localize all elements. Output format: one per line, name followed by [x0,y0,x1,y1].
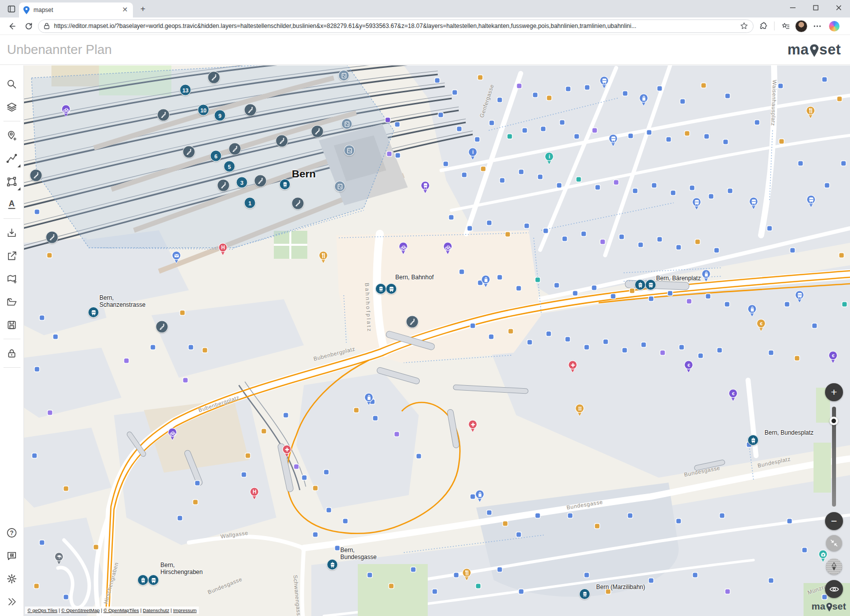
zoom-slider[interactable] [832,407,836,507]
preview-eye-icon[interactable] [825,580,843,598]
attribution-link[interactable]: © OpenMapTiles [103,608,139,613]
collapse-tool-icon[interactable] [2,591,22,612]
draw-line-tool-icon[interactable] [2,148,22,169]
map-pin-bag [747,304,758,320]
platform-number: 10 [198,104,209,116]
poi-dot [585,345,589,350]
url-bar[interactable]: https://editor.mapset.io/?baselayer=worl… [38,19,754,33]
map-pin-bus [794,290,805,306]
new-tab-button[interactable]: + [136,2,150,16]
svg-text:H: H [253,489,256,495]
map-attribution: © geOps Tiles | © OpenStreetMap | © Open… [25,607,199,614]
stop-label: Bern, Bundesgasse [340,547,377,561]
poi-dot [476,584,481,589]
map-pin-bus [691,197,702,213]
url-text[interactable]: https://editor.mapset.io/?baselayer=worl… [54,22,736,29]
map-markers-layer: iiH€€€€H131096531Bern, BahnhofBern, Bäre… [24,65,850,616]
poi-dot [685,131,690,136]
feedback-tool-icon[interactable] [2,545,22,566]
tab-close-icon[interactable]: ✕ [121,6,129,14]
map-pin-cross [467,420,478,435]
map-pin-bag [480,275,491,290]
flyout-indicator [17,187,20,190]
poi-dot [471,324,475,328]
plan-title-input[interactable]: Unbenannter Plan [7,42,112,57]
attribution-link[interactable]: Impressum [173,608,196,613]
back-icon[interactable] [4,19,19,33]
window-maximize-button[interactable] [804,0,827,15]
attribution-link[interactable]: © geOps Tiles [27,608,57,613]
map-pin-euro: € [683,360,694,376]
fit-extent-icon[interactable] [826,535,842,551]
poi-dot [389,584,394,589]
attribution-link[interactable]: © OpenStreetMap [61,608,100,613]
poi-dot [498,568,502,572]
favorite-star-icon[interactable] [740,22,748,30]
window-close-button[interactable] [827,0,850,15]
help-tool-icon[interactable]: ? [2,522,22,543]
add-text-tool-icon[interactable]: A [2,194,22,215]
map-canvas[interactable]: iiH€€€€H131096531Bern, BahnhofBern, Bäre… [24,65,850,616]
poi-dot [601,240,605,244]
map-pin-fork [461,568,472,584]
mapset-pin-icon [810,44,819,57]
poi-dot [768,226,772,231]
poi-dot [791,248,795,253]
share-tool-icon[interactable] [2,245,22,266]
open-plan-tool-icon[interactable] [2,291,22,312]
settings-tool-icon[interactable] [2,568,22,589]
save-plan-tool-icon[interactable] [2,314,22,335]
elevator-icon [338,70,349,81]
download-tool-icon[interactable] [2,222,22,243]
stop-icon-tram [635,279,646,290]
poi-dot [519,590,524,594]
reload-icon[interactable] [21,19,36,33]
poi-dot [623,91,628,96]
add-point-tool-icon[interactable] [2,125,22,146]
profile-avatar[interactable] [795,20,808,32]
poi-dot [547,332,551,336]
copilot-icon[interactable] [827,19,842,33]
lock-tool-icon[interactable] [2,343,22,364]
poi-dot [246,454,250,458]
poi-dot [566,87,571,91]
browser-menu-icon[interactable] [810,19,825,33]
poi-dot [468,226,472,231]
favorites-bar-icon[interactable] [778,19,793,33]
poi-dot [825,183,830,188]
map-pin-bike [60,104,71,120]
poi-dot [642,343,646,347]
draw-polygon-tool-icon[interactable] [2,171,22,192]
poi-dot [726,94,730,98]
poi-dot [577,177,581,182]
poi-dot [560,120,565,125]
attribution-link[interactable]: Datenschutz [143,608,169,613]
browser-chrome: mapset ✕ + https://editor.mapset.io/?bas… [0,0,850,35]
mapset-logo: ma set [788,41,841,58]
stop-label: Bern, Bärenplatz [656,275,701,282]
new-plan-tool-icon[interactable] [2,268,22,289]
poi-dot [94,545,98,550]
zoom-out-button[interactable]: − [825,512,843,530]
extensions-icon[interactable] [756,19,771,33]
browser-tab[interactable]: mapset ✕ [19,2,133,17]
poi-dot [720,514,725,518]
layers-tool-icon[interactable] [2,96,22,117]
tab-actions-icon[interactable] [4,2,19,16]
street-label: Waisenhausplatz [770,80,778,126]
poi-dot [262,429,266,434]
poi-dot [823,77,827,82]
zoom-slider-handle[interactable] [830,417,838,425]
poi-dot [667,137,671,142]
poi-dot [487,511,492,515]
poi-dot [677,519,681,524]
search-tool-icon[interactable] [2,73,22,94]
poi-dot [453,90,457,95]
stop-icon-train [375,283,386,294]
compass-icon[interactable] [826,559,842,575]
window-minimize-button[interactable] [781,0,804,15]
zoom-in-button[interactable]: + [825,383,843,401]
poi-dot [32,454,37,458]
map-pin-fork [805,106,816,121]
site-info-lock-icon[interactable] [43,22,50,29]
